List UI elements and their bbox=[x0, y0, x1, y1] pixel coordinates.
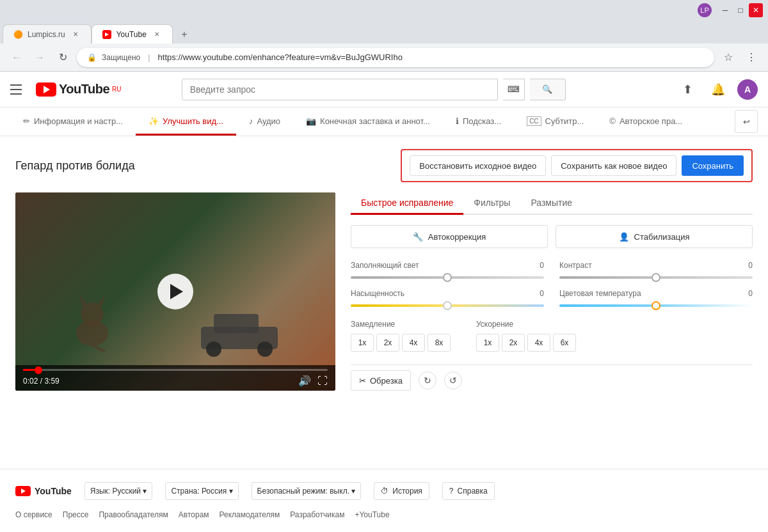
speed-6x-button[interactable]: 6x bbox=[553, 334, 576, 352]
contrast-thumb bbox=[652, 273, 660, 282]
close-button[interactable]: ✕ bbox=[749, 3, 763, 17]
refresh-button[interactable]: ↻ bbox=[54, 49, 72, 66]
tab-audio-label: Аудио bbox=[257, 116, 280, 126]
bookmark-button[interactable]: ☆ bbox=[719, 49, 737, 66]
maximize-button[interactable]: □ bbox=[733, 3, 748, 17]
safe-mode-selector[interactable]: Безопасный режим: выкл. ▾ bbox=[252, 482, 362, 500]
slow-1x-button[interactable]: 1x bbox=[351, 334, 374, 352]
new-tab-button[interactable]: + bbox=[175, 26, 193, 43]
search-button[interactable]: 🔍 bbox=[530, 79, 566, 100]
tab-youtube-close[interactable]: ✕ bbox=[152, 29, 162, 40]
enhance-section: Быстрое исправление Фильтры Размытие 🔧 bbox=[351, 192, 753, 391]
editor-title-row: Гепард против болида Восстановить исходн… bbox=[15, 149, 753, 182]
slow-2x-button[interactable]: 2x bbox=[376, 334, 399, 352]
youtube-logo-icon bbox=[36, 82, 56, 97]
back-button[interactable]: ← bbox=[8, 49, 26, 66]
editor-main: Гепард против болида Восстановить исходн… bbox=[0, 136, 768, 469]
video-controls-row: 0:02 / 3:59 🔊 ⛶ bbox=[23, 375, 328, 387]
tab-lumpics[interactable]: 🟠 Lumpics.ru ✕ bbox=[3, 24, 92, 43]
save-button[interactable]: Сохранить bbox=[682, 155, 744, 176]
bottom-controls: ✂ Обрезка ↻ ↺ bbox=[351, 364, 753, 391]
save-actions-container: Восстановить исходное видео Сохранить ка… bbox=[401, 149, 753, 182]
footer-link-developers[interactable]: Разработчикам bbox=[290, 510, 344, 519]
lumpics-favicon: 🟠 bbox=[13, 30, 22, 39]
tab-cards-icon: ℹ bbox=[456, 116, 459, 126]
tab-cards[interactable]: ℹ Подсказ... bbox=[443, 107, 514, 136]
slider-color-temp: Цветовая температура 0 bbox=[559, 289, 753, 307]
footer-play-icon bbox=[21, 489, 26, 494]
browser-menu-button[interactable]: ⋮ bbox=[742, 49, 760, 66]
notifications-button[interactable]: 🔔 bbox=[707, 78, 730, 101]
save-as-new-button[interactable]: Сохранить как новое видео bbox=[551, 155, 676, 176]
svg-point-8 bbox=[257, 341, 273, 357]
enhance-tab-filters[interactable]: Фильтры bbox=[463, 192, 520, 215]
editor-tabs: ✏ Информация и настр... ✨ Улучшить вид..… bbox=[0, 107, 768, 136]
footer-link-creators[interactable]: Авторам bbox=[179, 510, 209, 519]
tab-enhance[interactable]: ✨ Улучшить вид... bbox=[136, 107, 236, 136]
speed-section: Замедление 1x 2x 4x 8x Ускорение 1x bbox=[351, 320, 753, 352]
speed-1x-button[interactable]: 1x bbox=[476, 334, 499, 352]
search-input[interactable] bbox=[182, 79, 498, 100]
speed-4x-button[interactable]: 4x bbox=[527, 334, 550, 352]
footer-link-copyright[interactable]: Правообладателям bbox=[99, 510, 168, 519]
contrast-slider[interactable] bbox=[559, 276, 753, 279]
undo-button[interactable]: ↺ bbox=[444, 372, 462, 389]
keyboard-icon[interactable]: ⌨ bbox=[503, 79, 525, 100]
tab-end-icon: 📷 bbox=[306, 116, 316, 126]
video-progress-bar[interactable] bbox=[23, 369, 328, 371]
autocorrect-button[interactable]: 🔧 Автокоррекция bbox=[351, 225, 548, 248]
footer-link-plus[interactable]: +YouTube bbox=[355, 510, 389, 519]
redo-button[interactable]: ↻ bbox=[419, 372, 436, 389]
user-avatar[interactable]: A bbox=[737, 79, 758, 100]
footer-link-about[interactable]: О сервисе bbox=[15, 510, 52, 519]
youtube-logo[interactable]: YouTubeRU bbox=[36, 82, 122, 97]
slow-8x-button[interactable]: 8x bbox=[428, 334, 451, 352]
color-temp-value: 0 bbox=[748, 289, 753, 298]
tab-end-screen[interactable]: 📷 Конечная заставка и аннот... bbox=[293, 107, 443, 136]
help-button[interactable]: ? Справка bbox=[442, 482, 495, 500]
language-selector[interactable]: Язык: Русский ▾ bbox=[84, 482, 153, 500]
upload-button[interactable]: ⬆ bbox=[676, 78, 699, 101]
minimize-button[interactable]: ─ bbox=[718, 3, 732, 17]
fill-light-slider[interactable] bbox=[351, 276, 544, 279]
restore-original-button[interactable]: Восстановить исходное видео bbox=[410, 155, 546, 176]
stabilize-button[interactable]: 👤 Стабилизация bbox=[556, 225, 753, 248]
color-temp-thumb bbox=[652, 301, 660, 310]
address-input-container[interactable]: 🔒 Защищено | https://www.youtube.com/enh… bbox=[77, 48, 714, 67]
safe-mode-label: Безопасный режим: выкл. bbox=[257, 487, 349, 496]
tab-lumpics-close[interactable]: ✕ bbox=[70, 29, 81, 40]
volume-icon[interactable]: 🔊 bbox=[298, 375, 311, 387]
hamburger-menu[interactable] bbox=[10, 82, 26, 97]
youtube-app: YouTubeRU ⌨ 🔍 ⬆ 🔔 A ✏ Информация и настр… bbox=[0, 72, 768, 532]
fullscreen-icon[interactable]: ⛶ bbox=[317, 375, 328, 387]
country-selector[interactable]: Страна: Россия ▾ bbox=[165, 482, 238, 500]
video-player[interactable]: 0:02 / 3:59 🔊 ⛶ bbox=[15, 192, 335, 391]
tab-youtube[interactable]: ▶ YouTube ✕ bbox=[92, 24, 173, 43]
saturation-slider[interactable] bbox=[351, 304, 544, 307]
tab-audio[interactable]: ♪ Аудио bbox=[236, 107, 293, 136]
tab-subtitles[interactable]: CC Субтитр... bbox=[514, 107, 596, 136]
color-temp-slider[interactable] bbox=[559, 304, 753, 307]
trim-label: Обрезка bbox=[370, 376, 403, 386]
footer-link-press[interactable]: Прессе bbox=[63, 510, 89, 519]
secure-lock-icon: 🔒 bbox=[87, 53, 97, 62]
forward-button[interactable]: → bbox=[31, 49, 49, 66]
play-button[interactable] bbox=[157, 274, 193, 309]
tab-audio-icon: ♪ bbox=[249, 116, 253, 126]
trim-button[interactable]: ✂ Обрезка bbox=[351, 370, 411, 391]
speed-2x-button[interactable]: 2x bbox=[502, 334, 525, 352]
browser-tabs: 🟠 Lumpics.ru ✕ ▶ YouTube ✕ + bbox=[0, 20, 768, 43]
tab-info[interactable]: ✏ Информация и настр... bbox=[10, 107, 136, 136]
enhance-tab-quick[interactable]: Быстрое исправление bbox=[351, 192, 463, 215]
back-to-studio-button[interactable]: ↩ bbox=[735, 110, 758, 133]
footer-logo-icon bbox=[15, 486, 31, 496]
footer-link-advertisers[interactable]: Рекламодателям bbox=[220, 510, 280, 519]
address-bar: ← → ↻ 🔒 Защищено | https://www.youtube.c… bbox=[0, 43, 768, 72]
speed-up-label: Ускорение bbox=[476, 320, 576, 329]
slow-4x-button[interactable]: 4x bbox=[402, 334, 425, 352]
enhance-tab-blur[interactable]: Размытие bbox=[520, 192, 582, 215]
language-label: Язык: Русский bbox=[90, 487, 141, 496]
tab-copyright[interactable]: © Авторское пра... bbox=[596, 107, 695, 136]
history-button[interactable]: ⏱ История bbox=[374, 482, 429, 500]
speed-up-group: Ускорение 1x 2x 4x 6x bbox=[476, 320, 576, 352]
